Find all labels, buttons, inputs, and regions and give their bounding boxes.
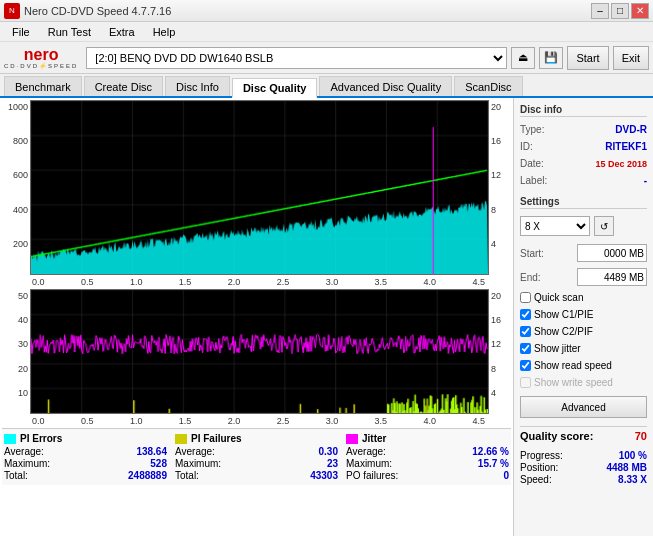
progress-row: Progress: 100 % bbox=[520, 450, 647, 461]
pi-avg-value: 138.64 bbox=[136, 446, 167, 457]
show-read-speed-label: Show read speed bbox=[534, 360, 612, 371]
pi-errors-title: PI Errors bbox=[20, 433, 62, 444]
speed-value-progress: 8.33 X bbox=[618, 474, 647, 485]
speed-row-progress: Speed: 8.33 X bbox=[520, 474, 647, 485]
menu-help[interactable]: Help bbox=[145, 25, 184, 39]
jitter-max-value: 15.7 % bbox=[478, 458, 509, 469]
position-row: Position: 4488 MB bbox=[520, 462, 647, 473]
show-jitter-checkbox[interactable] bbox=[520, 343, 531, 354]
disc-type-label: Type: bbox=[520, 124, 544, 135]
disc-label-label: Label: bbox=[520, 175, 547, 186]
progress-label: Progress: bbox=[520, 450, 563, 461]
show-write-speed-label: Show write speed bbox=[534, 377, 613, 388]
tab-benchmark[interactable]: Benchmark bbox=[4, 76, 82, 96]
tab-disc-quality[interactable]: Disc Quality bbox=[232, 78, 318, 98]
jitter-block: Jitter Average: 12.66 % Maximum: 15.7 % … bbox=[344, 431, 511, 483]
disc-id-row: ID: RITEKF1 bbox=[520, 141, 647, 152]
disc-info-title: Disc info bbox=[520, 104, 647, 117]
speed-label-progress: Speed: bbox=[520, 474, 552, 485]
exit-button[interactable]: Exit bbox=[613, 46, 649, 70]
jitter-title: Jitter bbox=[362, 433, 386, 444]
settings-title: Settings bbox=[520, 196, 647, 209]
tab-advanced-disc-quality[interactable]: Advanced Disc Quality bbox=[319, 76, 452, 96]
toolbar: nero CD·DVD⚡SPEED [2:0] BENQ DVD DD DW16… bbox=[0, 42, 653, 74]
advanced-button[interactable]: Advanced bbox=[520, 396, 647, 418]
end-input[interactable] bbox=[577, 268, 647, 286]
quick-scan-checkbox[interactable] bbox=[520, 292, 531, 303]
pi-total-label: Total: bbox=[4, 470, 28, 481]
tabs: Benchmark Create Disc Disc Info Disc Qua… bbox=[0, 74, 653, 98]
menu-bar: File Run Test Extra Help bbox=[0, 22, 653, 42]
pi-max-label: Maximum: bbox=[4, 458, 50, 469]
pif-max-value: 23 bbox=[327, 458, 338, 469]
refresh-icon[interactable]: ↺ bbox=[594, 216, 614, 236]
show-c2-label: Show C2/PIF bbox=[534, 326, 593, 337]
eject-icon[interactable]: ⏏ bbox=[511, 47, 535, 69]
bottom-stats: PI Errors Average: 138.64 Maximum: 528 T… bbox=[2, 428, 511, 485]
tab-disc-info[interactable]: Disc Info bbox=[165, 76, 230, 96]
progress-section: Progress: 100 % Position: 4488 MB Speed:… bbox=[520, 450, 647, 486]
y-axis-left-top: 1000800600400200 bbox=[2, 100, 30, 275]
pi-max-value: 528 bbox=[150, 458, 167, 469]
disc-type-row: Type: DVD-R bbox=[520, 124, 647, 135]
jitter-avg-label: Average: bbox=[346, 446, 386, 457]
x-labels-bottom: 0.00.51.01.52.02.53.03.54.04.5 bbox=[30, 416, 487, 426]
show-read-speed-row: Show read speed bbox=[520, 360, 647, 371]
show-c2-checkbox[interactable] bbox=[520, 326, 531, 337]
show-write-speed-checkbox bbox=[520, 377, 531, 388]
menu-run-test[interactable]: Run Test bbox=[40, 25, 99, 39]
start-input[interactable] bbox=[577, 244, 647, 262]
y-axis-right-bottom: 20161284 bbox=[489, 289, 511, 414]
disc-type-value: DVD-R bbox=[615, 124, 647, 135]
quick-scan-label: Quick scan bbox=[534, 292, 583, 303]
pi-errors-block: PI Errors Average: 138.64 Maximum: 528 T… bbox=[2, 431, 169, 483]
disc-date-label: Date: bbox=[520, 158, 544, 169]
pif-total-label: Total: bbox=[175, 470, 199, 481]
jitter-max-label: Maximum: bbox=[346, 458, 392, 469]
save-icon[interactable]: 💾 bbox=[539, 47, 563, 69]
tab-scan-disc[interactable]: ScanDisc bbox=[454, 76, 522, 96]
title-bar: N Nero CD-DVD Speed 4.7.7.16 – □ ✕ bbox=[0, 0, 653, 22]
speed-row: 8 X ↺ bbox=[520, 216, 647, 236]
speed-select[interactable]: 8 X bbox=[520, 216, 590, 236]
po-value: 0 bbox=[503, 470, 509, 481]
disc-label-value: - bbox=[644, 175, 647, 186]
main-content: 1000800600400200 20161284 0.00.51.01.52.… bbox=[0, 98, 653, 536]
progress-value: 100 % bbox=[619, 450, 647, 461]
show-c1-checkbox[interactable] bbox=[520, 309, 531, 320]
tab-create-disc[interactable]: Create Disc bbox=[84, 76, 163, 96]
disc-date-value: 15 Dec 2018 bbox=[595, 159, 647, 169]
show-jitter-label: Show jitter bbox=[534, 343, 581, 354]
y-axis-right-top: 20161284 bbox=[489, 100, 511, 275]
app-title: Nero CD-DVD Speed 4.7.7.16 bbox=[24, 5, 171, 17]
start-label: Start: bbox=[520, 248, 544, 259]
minimize-button[interactable]: – bbox=[591, 3, 609, 19]
show-read-speed-checkbox[interactable] bbox=[520, 360, 531, 371]
maximize-button[interactable]: □ bbox=[611, 3, 629, 19]
disc-label-row: Label: - bbox=[520, 175, 647, 186]
position-value: 4488 MB bbox=[606, 462, 647, 473]
pif-total-value: 43303 bbox=[310, 470, 338, 481]
quality-score-row: Quality score: 70 bbox=[520, 426, 647, 442]
show-c1-row: Show C1/PIE bbox=[520, 309, 647, 320]
quality-score-label: Quality score: bbox=[520, 430, 593, 442]
show-c1-label: Show C1/PIE bbox=[534, 309, 593, 320]
pi-failures-block: PI Failures Average: 0.30 Maximum: 23 To… bbox=[173, 431, 340, 483]
start-button[interactable]: Start bbox=[567, 46, 608, 70]
app-icon: N bbox=[4, 3, 20, 19]
menu-extra[interactable]: Extra bbox=[101, 25, 143, 39]
end-row: End: bbox=[520, 268, 647, 286]
quality-score-value: 70 bbox=[635, 430, 647, 442]
pif-max-label: Maximum: bbox=[175, 458, 221, 469]
disc-date-row: Date: 15 Dec 2018 bbox=[520, 158, 647, 169]
jitter-avg-value: 12.66 % bbox=[472, 446, 509, 457]
drive-select[interactable]: [2:0] BENQ DVD DD DW1640 BSLB bbox=[86, 47, 507, 69]
nero-logo: nero CD·DVD⚡SPEED bbox=[4, 47, 78, 69]
position-label: Position: bbox=[520, 462, 558, 473]
show-c2-row: Show C2/PIF bbox=[520, 326, 647, 337]
show-write-speed-row: Show write speed bbox=[520, 377, 647, 388]
close-button[interactable]: ✕ bbox=[631, 3, 649, 19]
pif-avg-value: 0.30 bbox=[319, 446, 338, 457]
pi-total-value: 2488889 bbox=[128, 470, 167, 481]
menu-file[interactable]: File bbox=[4, 25, 38, 39]
